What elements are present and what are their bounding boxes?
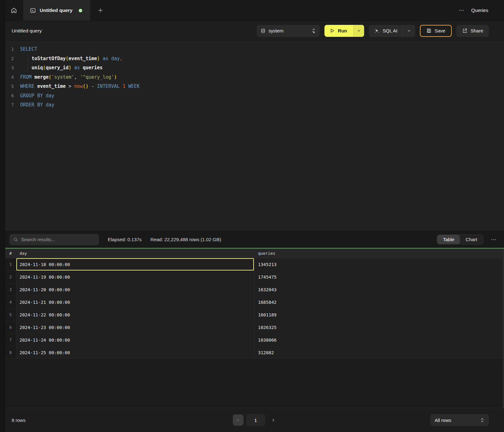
new-tab-button[interactable]: [91, 0, 110, 21]
elapsed-stat: Elapsed: 0.137s: [108, 237, 142, 242]
table-row: 62024-11-23 00:00:001026325: [5, 321, 504, 334]
results-options-button[interactable]: [491, 237, 496, 242]
line-number: 5: [5, 82, 20, 91]
cell-queries[interactable]: 1026325: [254, 321, 504, 333]
tab-label: Untitled query: [40, 8, 72, 13]
current-page-button[interactable]: 1: [246, 414, 265, 426]
cell-queries[interactable]: 1345213: [254, 258, 504, 270]
tab-untitled-query[interactable]: Untitled query: [23, 0, 91, 21]
table-row: 12024-11-18 00:00:001345213: [5, 258, 504, 271]
sql-ai-options-button[interactable]: [403, 25, 415, 37]
code-line[interactable]: 1SELECT: [5, 45, 504, 54]
chevron-down-icon: [407, 29, 411, 33]
main-panel: Untitled query Queries Untitled query: [5, 0, 504, 432]
row-number: 5: [5, 309, 16, 321]
home-button[interactable]: [5, 0, 23, 21]
home-icon: [10, 7, 17, 14]
line-number: 3: [5, 63, 20, 73]
code-line[interactable]: 7ORDER BY day: [5, 100, 504, 110]
left-edge-strip: [0, 0, 5, 432]
database-icon: [261, 28, 266, 33]
vertical-scrollbar[interactable]: [502, 249, 504, 408]
line-number: 1: [5, 45, 20, 54]
cell-queries[interactable]: 1745475: [254, 271, 504, 283]
line-number: 7: [5, 100, 20, 110]
ellipsis-icon: [491, 237, 496, 242]
previous-page-button[interactable]: [233, 414, 243, 426]
cell-day[interactable]: 2024-11-23 00:00:00: [16, 321, 254, 333]
share-button[interactable]: Share: [456, 25, 489, 37]
code-line[interactable]: 6GROUP BY day: [5, 91, 504, 101]
cell-queries[interactable]: 312882: [254, 346, 504, 359]
row-number: 3: [5, 283, 16, 296]
cell-day[interactable]: 2024-11-19 00:00:00: [16, 271, 254, 283]
cell-day[interactable]: 2024-11-25 00:00:00: [16, 346, 254, 359]
table-row: 72024-11-24 00:00:001038066: [5, 334, 504, 346]
read-stat: Read: 22,229,488 rows (1.02 GB): [151, 237, 221, 242]
view-toggle-table[interactable]: Table: [437, 235, 460, 244]
query-header: Untitled query system Run: [5, 21, 504, 41]
plus-icon: [97, 7, 104, 14]
view-toggle-chart[interactable]: Chart: [460, 235, 483, 244]
updown-chevron-icon: [480, 418, 484, 423]
run-options-button[interactable]: [353, 25, 364, 37]
cell-day[interactable]: 2024-11-21 00:00:00: [16, 296, 254, 308]
save-icon: [426, 28, 432, 33]
column-header-queries[interactable]: queries: [254, 249, 504, 258]
share-button-label: Share: [471, 28, 483, 33]
save-button-label: Save: [435, 28, 445, 33]
row-number: 6: [5, 321, 16, 333]
cell-day[interactable]: 2024-11-24 00:00:00: [16, 334, 254, 346]
table-row: 22024-11-19 00:00:001745475: [5, 271, 504, 283]
sparkles-icon: [374, 28, 380, 34]
cell-day[interactable]: 2024-11-20 00:00:00: [16, 283, 254, 296]
column-header-day[interactable]: day: [16, 249, 254, 258]
results-table-body: 12024-11-18 00:00:00134521322024-11-19 0…: [5, 258, 504, 359]
tab-overflow-button[interactable]: [459, 8, 464, 13]
chevron-left-icon: [236, 418, 240, 422]
code-text: ORDER BY day: [20, 100, 54, 110]
indent-guide-line: [28, 55, 28, 63]
search-results-box: [9, 234, 99, 245]
terminal-icon: [30, 8, 36, 14]
page-size-selector[interactable]: All rows: [430, 414, 489, 426]
cell-day[interactable]: 2024-11-22 00:00:00: [16, 309, 254, 321]
row-number: 7: [5, 334, 16, 346]
cell-queries[interactable]: 1685842: [254, 296, 504, 308]
code-line[interactable]: 3 uniq(query_id) as queries: [5, 63, 504, 73]
row-number: 2: [5, 271, 16, 283]
ellipsis-icon: [459, 8, 464, 13]
code-line[interactable]: 2 toStartOfDay(event_time) as day,: [5, 54, 504, 64]
next-page-button[interactable]: [268, 414, 279, 426]
database-selector[interactable]: system: [257, 25, 320, 37]
results-footer: 8 rows 1 All rows: [5, 408, 504, 432]
search-results-input[interactable]: [21, 237, 95, 242]
pagination: 1: [81, 414, 430, 426]
run-button-group: Run: [324, 25, 364, 37]
share-icon: [462, 28, 467, 33]
database-selector-value: system: [269, 28, 308, 33]
save-button[interactable]: Save: [420, 25, 452, 37]
code-line[interactable]: 5WHERE event_time > now() - INTERVAL 1 W…: [5, 82, 504, 91]
page-title: Untitled query: [12, 28, 42, 34]
sql-ai-button-label: SQL AI: [383, 28, 398, 33]
sql-console-app: Untitled query Queries Untitled query: [0, 0, 504, 432]
run-button[interactable]: Run: [324, 25, 353, 37]
line-number: 4: [5, 73, 20, 82]
cell-day[interactable]: 2024-11-18 00:00:00: [16, 258, 254, 270]
table-row: 32024-11-20 00:00:001632043: [5, 283, 504, 296]
tab-bar-right: Queries: [459, 0, 504, 21]
code-text: SELECT: [20, 45, 37, 54]
tab-bar: Untitled query Queries: [5, 0, 504, 21]
run-button-label: Run: [338, 28, 347, 33]
play-icon: [329, 28, 335, 33]
queries-link[interactable]: Queries: [471, 8, 488, 13]
code-text: WHERE event_time > now() - INTERVAL 1 WE…: [20, 82, 140, 91]
sql-editor[interactable]: 1SELECT2 toStartOfDay(event_time) as day…: [5, 41, 504, 231]
row-number: 8: [5, 346, 16, 359]
code-line[interactable]: 4FROM merge('system', '^query_log'): [5, 73, 504, 82]
cell-queries[interactable]: 1038066: [254, 334, 504, 346]
sql-ai-button[interactable]: SQL AI: [369, 25, 403, 37]
cell-queries[interactable]: 1632043: [254, 283, 504, 296]
cell-queries[interactable]: 1601189: [254, 309, 504, 321]
